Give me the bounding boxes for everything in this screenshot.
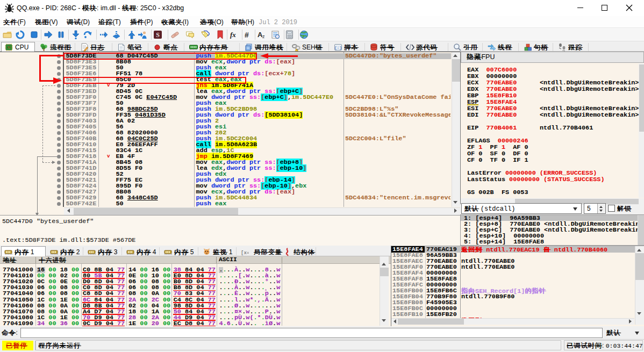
svg-text:fx: fx: [230, 31, 236, 39]
svg-text:32: 32: [8, 46, 11, 49]
svg-text:z: z: [262, 34, 265, 39]
svg-text:[x=]: [x=]: [241, 250, 249, 256]
svg-text:S: S: [156, 31, 160, 39]
svg-text:{:}: {:}: [334, 45, 342, 50]
svg-text:#: #: [245, 31, 249, 39]
